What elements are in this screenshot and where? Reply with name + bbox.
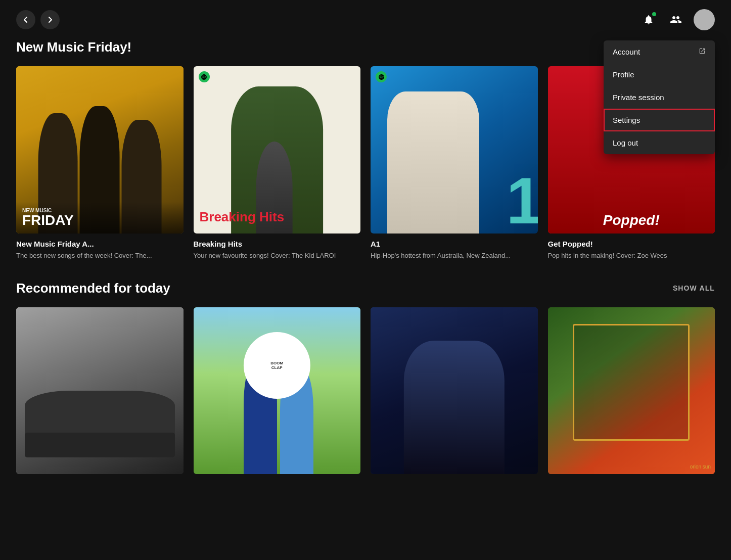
rec-card-2[interactable]: BOOMCLAP: [194, 307, 361, 480]
dropdown-settings-label: Settings: [613, 116, 640, 124]
rec-card-image-3: [371, 307, 538, 475]
card-breaking-hits[interactable]: Breaking Hits Breaking Hits Your new fav…: [194, 66, 361, 260]
card-image-3: 1: [371, 66, 538, 234]
rec-card-1[interactable]: [16, 307, 184, 480]
breaking-hits-text: Breaking Hits: [200, 210, 285, 223]
topbar: Account Profile Private session Settings…: [0, 0, 731, 39]
rec-card-3[interactable]: [371, 307, 538, 480]
dropdown-profile[interactable]: Profile: [604, 63, 715, 86]
external-link-icon: [699, 48, 706, 56]
recommended-title: Recommended for today: [16, 281, 170, 296]
dropdown-settings[interactable]: Settings: [604, 109, 715, 131]
recommended-cards-row: BOOMCLAP orion sun: [16, 307, 715, 480]
number-1-overlay: 1: [506, 168, 537, 234]
card-new-music-friday[interactable]: NEW MUSIC FRIDAY New Music Friday A... T…: [16, 66, 184, 260]
card4-subtitle: Pop hits in the making! Cover: Zoe Wees: [548, 251, 715, 260]
card3-title: A1: [371, 240, 538, 248]
dropdown-private-session[interactable]: Private session: [604, 86, 715, 109]
album-circle: BOOMCLAP: [244, 332, 310, 399]
dropdown-logout-label: Log out: [613, 138, 638, 147]
user-dropdown-menu: Account Profile Private session Settings…: [604, 40, 715, 154]
rec-card-image-2: BOOMCLAP: [194, 307, 361, 475]
new-music-label: NEW MUSIC: [22, 208, 177, 213]
card1-title: New Music Friday A...: [16, 240, 184, 248]
show-all-button[interactable]: Show all: [673, 284, 715, 292]
recommended-section: Recommended for today Show all: [16, 281, 715, 480]
profile-silhouette: [404, 341, 504, 474]
back-button[interactable]: [16, 10, 35, 29]
card4-title: Get Popped!: [548, 240, 715, 248]
card-image-2: Breaking Hits: [194, 66, 361, 234]
card2-title: Breaking Hits: [194, 240, 361, 248]
dropdown-profile-label: Profile: [613, 70, 634, 79]
user-avatar-button[interactable]: [694, 9, 715, 30]
card-a1[interactable]: 1 A1 Hip-Hop's hottest from Australia, N…: [371, 66, 538, 260]
rec-card-image-4: orion sun: [548, 307, 715, 475]
spotify-logo-2: [199, 71, 210, 82]
notifications-button[interactable]: [639, 10, 658, 29]
dropdown-logout[interactable]: Log out: [604, 131, 715, 154]
dropdown-account[interactable]: Account: [604, 40, 715, 63]
topbar-right: Account Profile Private session Settings…: [639, 9, 715, 30]
inner-frame: [573, 324, 690, 441]
friends-button[interactable]: [666, 10, 686, 29]
orion-sun-text: orion sun: [690, 463, 711, 470]
nav-buttons: [16, 10, 60, 29]
card1-subtitle: The best new songs of the week! Cover: T…: [16, 251, 184, 260]
dropdown-private-session-label: Private session: [613, 93, 664, 102]
rec-card-image-1: [16, 307, 184, 475]
notification-dot: [652, 12, 656, 16]
recommended-section-header: Recommended for today Show all: [16, 281, 715, 296]
car-body: [25, 433, 175, 458]
forward-button[interactable]: [40, 10, 60, 29]
card3-subtitle: Hip-Hop's hottest from Australia, New Ze…: [371, 251, 538, 260]
card3-person: [387, 91, 479, 234]
friday-label: FRIDAY: [22, 213, 177, 227]
card-image-1: NEW MUSIC FRIDAY: [16, 66, 184, 234]
card4-text: Popped!: [548, 212, 715, 228]
card1-overlay: NEW MUSIC FRIDAY: [16, 202, 184, 234]
spotify-logo-3: [376, 71, 387, 82]
card2-subtitle: Your new favourite songs! Cover: The Kid…: [194, 251, 361, 260]
rec-card-4[interactable]: orion sun: [548, 307, 715, 480]
dropdown-account-label: Account: [613, 48, 640, 56]
